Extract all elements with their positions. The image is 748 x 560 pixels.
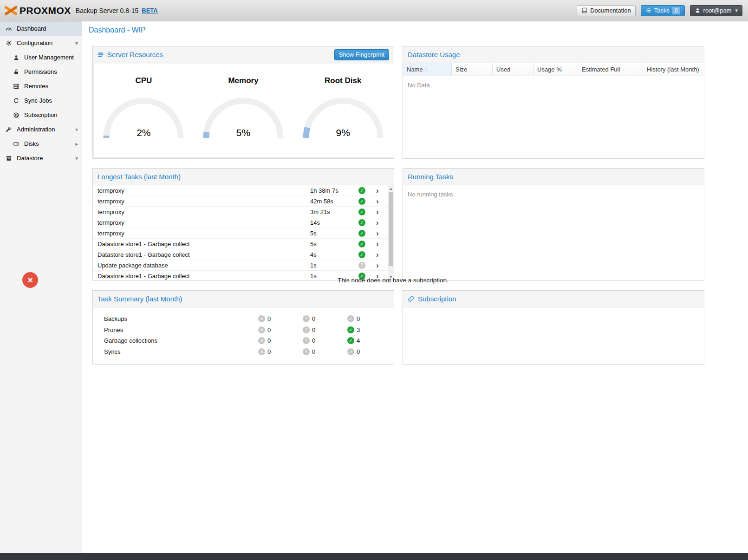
subscription-panel: Subscription × This node does not have a… (403, 290, 704, 365)
app-root: PROXMOX Backup Server 0.8-15 BETA Docume… (0, 0, 748, 560)
dashboard-grid: Server Resources Show Fingerprint CPU2%M… (82, 37, 748, 365)
main-content: Dashboard - WIP Server Resources Show Fi… (82, 21, 748, 553)
subscription-message: This node does not have a subscription. (82, 277, 748, 284)
